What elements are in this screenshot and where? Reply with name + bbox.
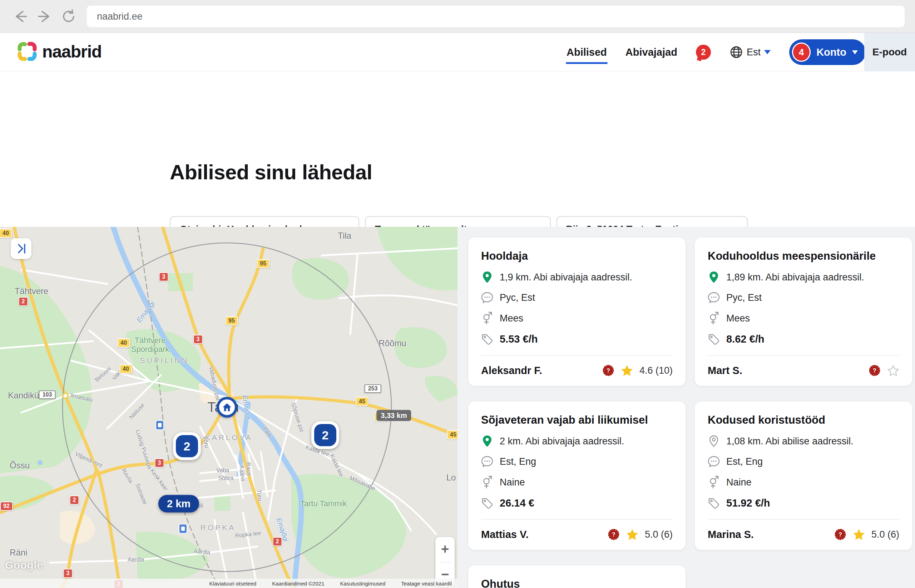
map-label-street: Ravila bbox=[120, 467, 134, 484]
languages-icon bbox=[481, 292, 493, 303]
attribution-link[interactable]: Kasutustingimused bbox=[340, 580, 385, 586]
card-title: Koduhooldus meespensionärile bbox=[708, 250, 899, 263]
card-footer: Aleksandr F.?4.6 (10) bbox=[481, 364, 673, 376]
radius-label-pill[interactable]: 2 km bbox=[158, 495, 199, 513]
reload-icon[interactable] bbox=[61, 8, 76, 24]
card-price: 26.14 € bbox=[500, 497, 534, 509]
card-title: Kodused koristustööd bbox=[708, 414, 899, 426]
listing-card[interactable]: Koduhooldus meespensionärile1,89 km. Abi… bbox=[695, 237, 912, 386]
road-badge: 2 bbox=[19, 297, 28, 306]
gender-icon bbox=[708, 476, 719, 489]
road-badge: 3 bbox=[193, 335, 203, 344]
chevron-down-icon bbox=[764, 50, 771, 54]
card-price-row: 8.62 €/h bbox=[708, 333, 899, 345]
map-label-town: Rõõmu bbox=[379, 338, 406, 348]
icon-cell bbox=[708, 312, 720, 325]
icon-cell bbox=[481, 456, 493, 467]
card-price: 51.92 €/h bbox=[726, 497, 770, 509]
icon-cell bbox=[481, 435, 493, 447]
listing-card[interactable]: Kodused koristustööd1,08 km. Abi abilise… bbox=[695, 402, 912, 550]
price-tag-icon bbox=[481, 334, 493, 345]
listing-card[interactable]: Ohutus1.09 km. Abi abilise aadressil. bbox=[468, 565, 685, 588]
map-label-street: Võru bbox=[202, 435, 210, 448]
languages-icon bbox=[708, 292, 720, 303]
card-languages-row: Est, Eng bbox=[481, 456, 673, 467]
card-distance: 1,9 km. Abi abivajaja aadressil. bbox=[500, 272, 632, 283]
icon-cell bbox=[481, 334, 493, 345]
map-label-street: Ludvig Puusepa bbox=[134, 429, 153, 470]
listing-card[interactable]: Hooldaja1,9 km. Abi abivajaja aadressil.… bbox=[468, 237, 685, 386]
star-icon[interactable] bbox=[853, 529, 865, 540]
map-label-street: Pikk bbox=[262, 426, 273, 438]
card-gender: Mees bbox=[726, 313, 750, 324]
price-tag-icon bbox=[708, 334, 719, 345]
svg-text:?: ? bbox=[873, 368, 876, 374]
back-icon[interactable] bbox=[12, 8, 28, 24]
language-selector[interactable]: Est bbox=[729, 45, 771, 59]
map-label-street: Kalevi bbox=[238, 465, 246, 481]
distance-label-pill: 3,33 km bbox=[376, 410, 411, 421]
rating-text: 5.0 (6) bbox=[645, 529, 673, 540]
road-badge: 3 bbox=[155, 458, 164, 468]
map-label-town: Tila bbox=[338, 231, 351, 241]
card-gender-row: Mees bbox=[708, 312, 899, 325]
gender-icon bbox=[708, 312, 719, 325]
map-label-street: Aardla bbox=[128, 557, 144, 563]
browser-chrome: naabrid.ee bbox=[0, 0, 915, 33]
forward-icon[interactable] bbox=[37, 8, 53, 24]
road-badge: 253 bbox=[364, 384, 381, 393]
card-distance-row: 1,08 km. Abi abilise aadressil. bbox=[708, 435, 899, 447]
shop-link[interactable]: E-pood bbox=[864, 33, 915, 71]
svg-text:?: ? bbox=[612, 531, 615, 538]
collapse-map-button[interactable] bbox=[11, 238, 31, 259]
map-cluster-marker[interactable]: 2 bbox=[311, 421, 339, 449]
map-label-street: Sõbra bbox=[219, 475, 234, 481]
attribution-link[interactable]: Teatage veast kaardil bbox=[401, 580, 452, 586]
card-gender: Naine bbox=[500, 477, 525, 488]
divider bbox=[708, 519, 899, 520]
map-cluster-marker[interactable]: 2 bbox=[173, 432, 201, 460]
divider bbox=[708, 355, 899, 356]
card-title: Sõjaveteran vajab abi liikumisel bbox=[481, 414, 673, 426]
home-marker[interactable] bbox=[217, 397, 237, 418]
google-logo[interactable]: Google bbox=[5, 559, 43, 571]
attribution-link[interactable]: Klaviatuuri otseteed bbox=[209, 580, 257, 586]
gender-icon bbox=[482, 476, 492, 489]
road-badge: 3 bbox=[159, 272, 169, 281]
map-label-street: Kesk kaar bbox=[149, 468, 169, 492]
card-languages-row: Pyc, Est bbox=[481, 292, 673, 303]
languages-icon bbox=[708, 456, 720, 467]
map-label-street: Betooni bbox=[94, 365, 112, 383]
map-label-street: Soinaste bbox=[134, 483, 148, 506]
icon-cell bbox=[481, 476, 493, 489]
svg-text:?: ? bbox=[839, 531, 842, 538]
road-badge: 2 bbox=[70, 496, 79, 505]
provider-name: Mattias V. bbox=[481, 529, 529, 541]
chevron-down-icon bbox=[852, 50, 858, 54]
card-distance: 1,89 km. Abi abivajaja aadressil. bbox=[726, 272, 864, 283]
icon-cell bbox=[708, 271, 720, 283]
logo[interactable]: naabrid bbox=[17, 42, 102, 61]
card-gender-row: Mees bbox=[481, 312, 673, 325]
nav-abilised[interactable]: Abilised bbox=[567, 47, 607, 58]
road-badge: 95 bbox=[257, 259, 269, 268]
map-label-park: Tähtvere Spordipark bbox=[131, 336, 169, 354]
map-panel[interactable]: TilaTähtvereKandikülaÕssuRäniRõõmuLoSUPI… bbox=[0, 227, 458, 588]
url-bar[interactable]: naabrid.ee bbox=[87, 6, 905, 27]
attribution-link[interactable]: Kaardiandmed ©2021 bbox=[272, 580, 324, 586]
star-icon[interactable] bbox=[621, 365, 633, 376]
map-attribution: Klaviatuuri otseteedKaardiandmed ©2021Ka… bbox=[0, 579, 458, 588]
price-tag-icon bbox=[481, 498, 493, 509]
account-button[interactable]: 4 Konto bbox=[789, 39, 866, 65]
road-badge: 2 bbox=[273, 537, 282, 546]
icon-cell bbox=[708, 476, 720, 489]
listing-card[interactable]: Sõjaveteran vajab abi liikumisel2 km. Ab… bbox=[468, 402, 685, 550]
star-icon[interactable] bbox=[887, 365, 899, 376]
star-icon[interactable] bbox=[626, 529, 638, 540]
card-footer-icons: ?5.0 (6) bbox=[607, 528, 673, 541]
zoom-in-button[interactable]: + bbox=[435, 537, 455, 562]
nav-abivajajad[interactable]: Abivajajad bbox=[625, 47, 677, 58]
map-label-town: Lo bbox=[446, 473, 456, 483]
chat-notification-badge[interactable]: 2 bbox=[696, 45, 711, 60]
account-label: Konto bbox=[816, 47, 846, 58]
